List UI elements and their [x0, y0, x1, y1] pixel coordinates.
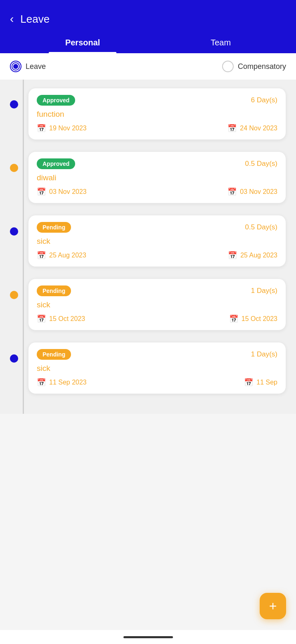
status-badge: Pending [37, 285, 71, 296]
end-date-text: 24 Nov 2023 [240, 125, 277, 132]
end-date: 📅 25 Aug 2023 [228, 251, 277, 260]
start-date-text: 15 Oct 2023 [49, 315, 85, 323]
end-date: 📅 03 Nov 2023 [227, 187, 277, 196]
bottom-bar [0, 630, 296, 644]
end-date: 📅 15 Oct 2023 [229, 314, 277, 323]
status-badge: Pending [37, 222, 71, 233]
leave-title: sick [37, 237, 277, 246]
card-header: Approved 0.5 Day(s) [37, 158, 277, 169]
leave-card[interactable]: Approved 0.5 Day(s) diwali 📅 03 Nov 2023… [28, 151, 286, 203]
back-button[interactable]: ‹ [10, 12, 14, 26]
card-dates: 📅 11 Sep 2023 📅 11 Sep [37, 378, 277, 387]
content-area: Approved 6 Day(s) function 📅 19 Nov 2023… [0, 80, 296, 414]
leave-title: sick [37, 364, 277, 373]
tab-bar: Personal Team [10, 34, 286, 53]
start-date-text: 25 Aug 2023 [49, 252, 86, 259]
end-date-text: 15 Oct 2023 [242, 315, 277, 323]
card-header: Pending 1 Day(s) [37, 349, 277, 360]
card-header: Pending 0.5 Day(s) [37, 222, 277, 233]
leave-radio-inner [12, 63, 19, 70]
start-date: 📅 25 Aug 2023 [37, 251, 86, 260]
days-count: 0.5 Day(s) [245, 160, 277, 168]
page-title: Leave [20, 13, 50, 26]
header: ‹ Leave Personal Team [0, 0, 296, 53]
tab-personal[interactable]: Personal [49, 34, 116, 53]
card-header: Approved 6 Day(s) [37, 95, 277, 106]
add-leave-fab[interactable]: + [260, 593, 286, 619]
end-date-text: 03 Nov 2023 [240, 188, 277, 196]
leave-radio-option[interactable]: Leave [10, 61, 46, 72]
leave-filter-label: Leave [26, 62, 46, 71]
timeline-dot [10, 227, 18, 236]
timeline-dot [10, 291, 18, 299]
compensatory-radio-option[interactable]: Compensatory [222, 61, 286, 72]
timeline-dot [10, 164, 18, 172]
days-count: 1 Day(s) [251, 350, 277, 359]
start-date: 📅 15 Oct 2023 [37, 314, 85, 323]
leave-card[interactable]: Pending 0.5 Day(s) sick 📅 25 Aug 2023 📅 … [28, 215, 286, 267]
end-date: 📅 11 Sep [244, 378, 277, 387]
days-count: 1 Day(s) [251, 287, 277, 295]
card-dates: 📅 25 Aug 2023 📅 25 Aug 2023 [37, 251, 277, 260]
card-dates: 📅 15 Oct 2023 📅 15 Oct 2023 [37, 314, 277, 323]
card-dates: 📅 03 Nov 2023 📅 03 Nov 2023 [37, 187, 277, 196]
card-dates: 📅 19 Nov 2023 📅 24 Nov 2023 [37, 124, 277, 133]
leave-title: diwali [37, 173, 277, 182]
calendar-icon: 📅 [228, 251, 237, 260]
leave-title: function [37, 110, 277, 119]
leave-card[interactable]: Pending 1 Day(s) sick 📅 11 Sep 2023 📅 11… [28, 342, 286, 394]
leave-title: sick [37, 300, 277, 309]
end-date-text: 11 Sep [256, 379, 277, 386]
tab-team[interactable]: Team [194, 34, 247, 53]
calendar-icon: 📅 [229, 314, 238, 323]
calendar-icon: 📅 [227, 187, 237, 196]
timeline-item[interactable]: Pending 0.5 Day(s) sick 📅 25 Aug 2023 📅 … [10, 215, 286, 267]
card-header: Pending 1 Day(s) [37, 285, 277, 296]
compensatory-filter-label: Compensatory [238, 62, 286, 71]
timeline-item[interactable]: Approved 6 Day(s) function 📅 19 Nov 2023… [10, 88, 286, 140]
leave-card[interactable]: Approved 6 Day(s) function 📅 19 Nov 2023… [28, 88, 286, 140]
timeline-item[interactable]: Approved 0.5 Day(s) diwali 📅 03 Nov 2023… [10, 151, 286, 203]
timeline-item[interactable]: Pending 1 Day(s) sick 📅 15 Oct 2023 📅 15… [10, 278, 286, 330]
end-date: 📅 24 Nov 2023 [227, 124, 277, 133]
calendar-icon: 📅 [37, 378, 46, 387]
calendar-icon: 📅 [244, 378, 253, 387]
calendar-icon: 📅 [37, 314, 46, 323]
days-count: 0.5 Day(s) [245, 223, 277, 231]
calendar-icon: 📅 [227, 124, 237, 133]
start-date-text: 03 Nov 2023 [49, 188, 87, 196]
leave-radio-circle[interactable] [10, 61, 21, 72]
start-date: 📅 19 Nov 2023 [37, 124, 87, 133]
status-badge: Approved [37, 95, 75, 106]
status-badge: Pending [37, 349, 71, 360]
timeline-item[interactable]: Pending 1 Day(s) sick 📅 11 Sep 2023 📅 11… [10, 342, 286, 394]
start-date-text: 11 Sep 2023 [49, 379, 87, 386]
start-date: 📅 03 Nov 2023 [37, 187, 87, 196]
end-date-text: 25 Aug 2023 [240, 252, 277, 259]
filter-row: Leave Compensatory [0, 53, 296, 80]
add-icon: + [269, 599, 277, 613]
calendar-icon: 📅 [37, 187, 46, 196]
timeline-dot [10, 354, 18, 363]
status-badge: Approved [37, 158, 75, 169]
timeline-dot [10, 100, 18, 109]
leave-card[interactable]: Pending 1 Day(s) sick 📅 15 Oct 2023 📅 15… [28, 278, 286, 330]
start-date-text: 19 Nov 2023 [49, 125, 87, 132]
days-count: 6 Day(s) [251, 96, 277, 104]
start-date: 📅 11 Sep 2023 [37, 378, 87, 387]
calendar-icon: 📅 [37, 124, 46, 133]
compensatory-radio-circle[interactable] [222, 61, 234, 72]
home-indicator [123, 636, 173, 638]
calendar-icon: 📅 [37, 251, 46, 260]
